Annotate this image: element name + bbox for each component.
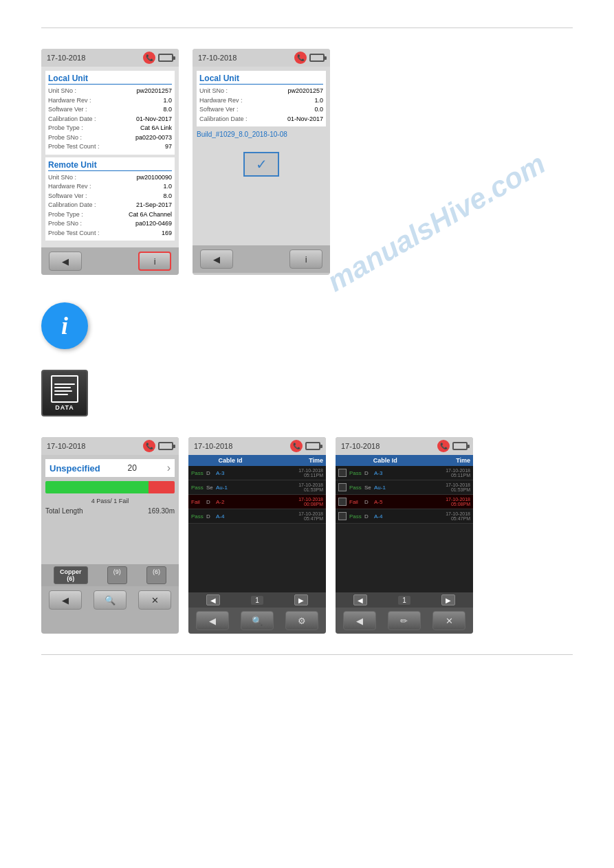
row-type: Se	[364, 485, 373, 491]
info-button[interactable]: i	[138, 252, 171, 271]
bottom-left-screen: 17-10-2018 📞 Unspecified 20 › 4	[41, 437, 179, 634]
right-local-unit-block: Local Unit Unit SNo :pw20201257 Hardware…	[197, 71, 326, 126]
bm-back-button[interactable]: ◀	[196, 611, 229, 630]
row-type: D	[364, 499, 373, 505]
data-line-3	[54, 390, 72, 392]
info-icon-section: i	[41, 302, 573, 349]
table-row[interactable]: Pass Se Au-1 17-10-201801:53PM	[188, 480, 326, 495]
unit-row: Calibration Date :01-Nov-2017	[48, 115, 172, 124]
next-page-button[interactable]: ▶	[294, 594, 308, 605]
phone-icon: 📞	[143, 52, 155, 64]
row-type: D	[364, 513, 373, 520]
bottom-left-battery-icon	[158, 442, 173, 450]
prev-page-button[interactable]: ◀	[206, 594, 220, 605]
row-status: Pass	[191, 485, 205, 491]
bottom-right-battery-icon	[452, 442, 468, 450]
th-cable-id-right: Cable Id	[349, 457, 421, 464]
row-status: Fail	[191, 499, 205, 505]
page-number-right: 1	[398, 596, 410, 605]
table-row[interactable]: Pass Se Au-1 17-10-201801:53PM	[336, 480, 473, 495]
row-checkbox[interactable]	[338, 483, 347, 491]
table-header-right: Cable Id Time	[336, 455, 473, 466]
bottom-right-date: 17-10-2018	[341, 442, 380, 450]
right-screen-body: Local Unit Unit SNo :pw20201257 Hardware…	[193, 67, 330, 245]
bottom-left-tabs: Copper(6) (9) (6)	[41, 564, 179, 586]
right-info-button[interactable]: i	[289, 249, 322, 269]
row-time: 17-10-201800:08PM	[270, 497, 323, 507]
firmware-link[interactable]: Build_#1029_8.0_2018-10-08	[197, 131, 326, 138]
bottom-left-date: 17-10-2018	[47, 442, 85, 450]
unit-row: Unit SNo :pw20100090	[48, 173, 172, 183]
page-number: 1	[251, 596, 263, 605]
row-status: Pass	[349, 470, 363, 476]
bottom-right-phone-icon: 📞	[437, 440, 450, 452]
data-line-2	[54, 387, 71, 388]
table-row[interactable]: Pass D A-4 17-10-201805:47PM	[336, 509, 473, 524]
table-row[interactable]: Pass D A-4 17-10-201805:47PM	[188, 509, 326, 524]
row-checkbox[interactable]	[338, 512, 347, 520]
data-icon-box: DATA	[41, 370, 88, 416]
br-edit-button[interactable]: ✏	[388, 611, 421, 630]
right-screen-icons: 📞	[294, 52, 325, 64]
back-button[interactable]: ◀	[49, 252, 82, 271]
row-cable-id: Au-1	[374, 485, 421, 491]
bl-close-button[interactable]: ✕	[138, 590, 171, 610]
unit-row: Probe SNo :pa0120-0469	[48, 219, 172, 229]
bottom-left-icons: 📞	[143, 440, 173, 452]
chevron-right-icon: ›	[167, 462, 171, 474]
unit-row: Unit SNo :pw20201257	[48, 87, 172, 96]
bottom-screens-section: 17-10-2018 📞 Unspecified 20 › 4	[41, 437, 573, 634]
row-checkbox[interactable]	[338, 498, 347, 506]
bottom-middle-header: 17-10-2018 📞	[188, 437, 326, 455]
th-time: Time	[271, 457, 323, 464]
br-back-button[interactable]: ◀	[343, 611, 376, 630]
local-unit-block: Local Unit Unit SNo :pw20201257 Hardware…	[45, 71, 175, 155]
bottom-left-buttons: ◀ 🔍 ✕	[41, 586, 179, 614]
total-length-label: Total Length	[45, 507, 83, 515]
right-back-button[interactable]: ◀	[200, 249, 233, 269]
count-badge: 20	[128, 463, 137, 473]
tab-copper[interactable]: Copper(6)	[54, 566, 88, 584]
pass-bar	[45, 481, 149, 493]
next-page-button-right[interactable]: ▶	[441, 594, 455, 605]
unit-row: Hardware Rev :1.0	[48, 182, 172, 192]
br-close-button[interactable]: ✕	[432, 611, 465, 630]
data-line-4	[54, 394, 68, 395]
data-label: DATA	[55, 404, 74, 411]
right-screen-buttons: ◀ i	[193, 245, 330, 273]
unspecified-row[interactable]: Unspecified 20 ›	[45, 459, 175, 477]
row-time: 17-10-201805:08PM	[423, 497, 470, 507]
bm-settings-button[interactable]: ⚙	[285, 611, 318, 630]
left-screen-icons: 📞	[143, 52, 173, 64]
bm-search-button[interactable]: 🔍	[241, 611, 274, 630]
unit-row: Software Ver :8.0	[48, 105, 172, 115]
table-row[interactable]: Fail D A-5 17-10-201805:08PM	[336, 495, 473, 509]
bottom-left-body: Unspecified 20 › 4 Pass/ 1 Fail Total Le…	[41, 455, 179, 523]
bl-search-button[interactable]: 🔍	[94, 590, 127, 610]
row-checkbox[interactable]	[338, 469, 347, 477]
table-row[interactable]: Fail D A-2 17-10-201800:08PM	[188, 495, 326, 509]
left-screen-date: 17-10-2018	[47, 54, 85, 62]
tab-9[interactable]: (9)	[107, 566, 127, 584]
table-row[interactable]: Pass D A-3 17-10-201805:11PM	[336, 466, 473, 480]
unit-row: Probe Test Count :169	[48, 229, 172, 238]
total-length-row: Total Length 169.30m	[45, 507, 175, 515]
th-cable-id: Cable Id	[191, 457, 270, 464]
prev-page-button-right[interactable]: ◀	[353, 594, 367, 605]
row-cable-id: Au-1	[216, 485, 269, 491]
bottom-middle-icons: 📞	[290, 440, 320, 452]
row-cable-id: A-5	[374, 499, 421, 505]
bottom-right-icons: 📞	[437, 440, 468, 452]
bl-back-button[interactable]: ◀	[49, 590, 82, 610]
table-row[interactable]: Pass D A-3 17-10-201805:11PM	[188, 466, 326, 480]
row-time: 17-10-201801:53PM	[423, 482, 470, 492]
unit-row: Probe Type :Cat 6A Channel	[48, 210, 172, 220]
row-time: 17-10-201805:47PM	[423, 511, 470, 521]
tab-6[interactable]: (6)	[146, 566, 166, 584]
checkmark-icon: ✓	[256, 156, 267, 173]
row-time: 17-10-201801:53PM	[270, 482, 323, 492]
bottom-middle-screen: 17-10-2018 📞 Cable Id Time Pass D A-3 17…	[188, 437, 326, 634]
bottom-left-phone-icon: 📞	[143, 440, 155, 452]
row-type: D	[206, 513, 215, 520]
row-time: 17-10-201805:47PM	[270, 511, 323, 521]
